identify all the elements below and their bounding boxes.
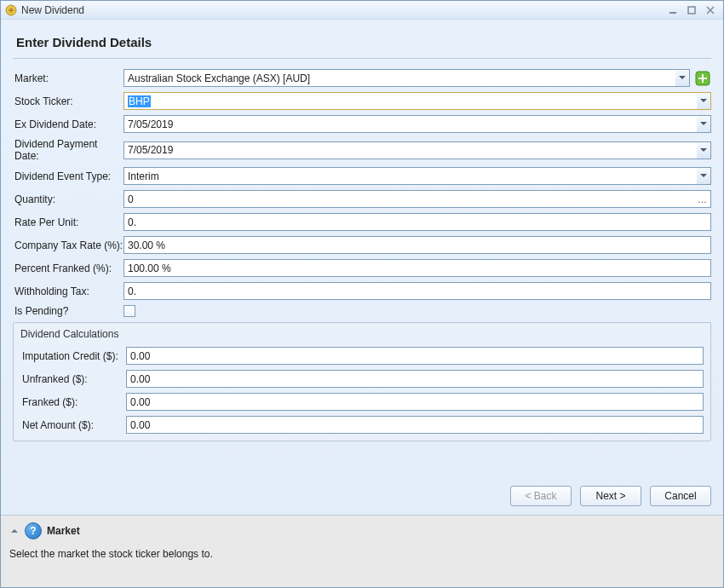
app-icon xyxy=(4,3,18,17)
row-imputation: Imputation Credit ($): xyxy=(20,347,704,365)
paydate-input[interactable] xyxy=(124,141,711,159)
label-rate: Rate Per Unit: xyxy=(13,216,124,228)
unfranked-input[interactable] xyxy=(126,370,704,388)
label-unfranked: Unfranked ($): xyxy=(20,373,126,385)
svg-rect-1 xyxy=(669,12,676,14)
exdate-input[interactable] xyxy=(124,115,711,133)
window-title: New Dividend xyxy=(21,4,84,16)
pending-checkbox[interactable] xyxy=(124,305,135,317)
ticker-value: BHP xyxy=(128,95,151,107)
row-pctfranked: Percent Franked (%): xyxy=(13,259,711,277)
wtax-input[interactable] xyxy=(124,282,711,300)
label-eventtype: Dividend Event Type: xyxy=(13,170,124,182)
label-pctfranked: Percent Franked (%): xyxy=(13,262,124,274)
button-bar: < Back Next > Cancel xyxy=(1,474,723,515)
ticker-combo[interactable]: BHP xyxy=(124,92,711,110)
label-exdate: Ex Dividend Date: xyxy=(13,118,124,130)
svg-rect-2 xyxy=(688,7,695,14)
calc-group: Dividend Calculations Imputation Credit … xyxy=(13,322,711,441)
help-panel: ? Market Select the market the stock tic… xyxy=(1,515,723,587)
pctfranked-input[interactable] xyxy=(124,259,711,277)
row-taxrate: Company Tax Rate (%): xyxy=(13,236,711,254)
label-imputation: Imputation Credit ($): xyxy=(20,350,126,362)
row-net: Net Amount ($): xyxy=(20,416,704,434)
row-ticker: Stock Ticker: BHP xyxy=(13,92,711,110)
calc-group-title: Dividend Calculations xyxy=(20,328,704,340)
label-franked: Franked ($): xyxy=(20,396,126,408)
row-rate: Rate Per Unit: xyxy=(13,213,711,231)
quantity-input[interactable] xyxy=(124,190,711,208)
label-net: Net Amount ($): xyxy=(20,419,126,431)
titlebar: New Dividend xyxy=(1,1,723,20)
label-pending: Is Pending? xyxy=(13,305,124,317)
eventtype-combo[interactable] xyxy=(124,167,711,185)
rate-input[interactable] xyxy=(124,213,711,231)
help-title: Market xyxy=(47,525,80,537)
market-combo[interactable] xyxy=(124,69,690,87)
page-title: Enter Dividend Details xyxy=(13,28,711,59)
add-market-button[interactable] xyxy=(693,69,711,87)
row-paydate: Dividend Payment Date: xyxy=(13,138,711,162)
row-franked: Franked ($): xyxy=(20,393,704,411)
quantity-ellipsis-button[interactable]: … xyxy=(695,191,710,207)
next-button[interactable]: Next > xyxy=(580,486,641,506)
label-taxrate: Company Tax Rate (%): xyxy=(13,239,124,251)
row-unfranked: Unfranked ($): xyxy=(20,370,704,388)
label-quantity: Quantity: xyxy=(13,193,124,205)
minimize-button[interactable] xyxy=(664,3,682,17)
row-exdate: Ex Dividend Date: xyxy=(13,115,711,133)
close-button[interactable] xyxy=(701,3,720,17)
back-button: < Back xyxy=(510,486,572,506)
row-eventtype: Dividend Event Type: xyxy=(13,167,711,185)
content-area: Enter Dividend Details Market: Stock Tic… xyxy=(1,20,723,474)
row-pending: Is Pending? xyxy=(13,305,711,317)
help-body: Select the market the stock ticker belon… xyxy=(9,548,715,560)
label-market: Market: xyxy=(13,72,124,84)
row-quantity: Quantity: … xyxy=(13,190,711,208)
label-paydate: Dividend Payment Date: xyxy=(13,138,124,162)
franked-input[interactable] xyxy=(126,393,704,411)
imputation-input[interactable] xyxy=(126,347,704,365)
net-input[interactable] xyxy=(126,416,704,434)
cancel-button[interactable]: Cancel xyxy=(650,486,711,506)
row-market: Market: xyxy=(13,69,711,87)
collapse-icon[interactable] xyxy=(9,527,20,534)
label-ticker: Stock Ticker: xyxy=(13,95,124,107)
label-wtax: Withholding Tax: xyxy=(13,285,124,297)
help-icon: ? xyxy=(25,522,42,539)
taxrate-input[interactable] xyxy=(124,236,711,254)
dialog-window: New Dividend Enter Dividend Details Mark… xyxy=(0,0,724,588)
row-wtax: Withholding Tax: xyxy=(13,282,711,300)
maximize-button[interactable] xyxy=(682,3,701,17)
